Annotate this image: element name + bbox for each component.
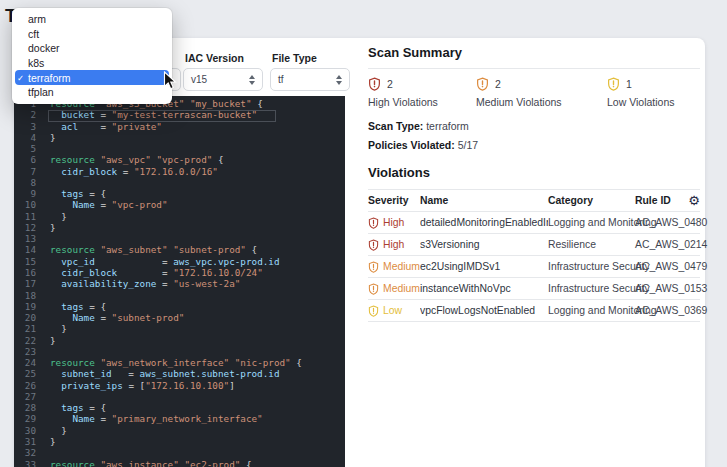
policies-row: Policies Violated: 5/17 bbox=[368, 139, 700, 151]
violation-name: ec2UsingIMDSv1 bbox=[420, 261, 548, 272]
code-line: 24resource "aws_network_interface" "nic-… bbox=[14, 357, 345, 368]
code-line: 28 tags = { bbox=[14, 402, 345, 413]
violation-row[interactable]: Low vpcFlowLogsNotEnabled Logging and Mo… bbox=[368, 300, 700, 322]
scan-summary-title: Scan Summary bbox=[368, 45, 700, 60]
table-settings-gear-icon[interactable]: ⚙ bbox=[686, 193, 700, 208]
file-type-select[interactable]: tf bbox=[270, 68, 350, 91]
col-severity: Severity bbox=[368, 195, 420, 206]
violation-category: Infrastructure Security bbox=[548, 261, 635, 272]
summary-stats: 2 High Violations 2 Medium Violations 1 … bbox=[368, 77, 700, 108]
iac-version-value: v15 bbox=[191, 74, 207, 85]
menu-item-label: docker bbox=[28, 42, 60, 54]
violation-rule-id: AC_AWS_0479 bbox=[635, 261, 707, 272]
violation-severity: Medium bbox=[383, 261, 420, 272]
col-rule-id: Rule ID bbox=[635, 195, 686, 206]
stat-label: High Violations bbox=[368, 96, 476, 108]
stat-undefined-violations: 2 Medium Violations bbox=[476, 77, 607, 108]
violation-severity: High bbox=[383, 239, 404, 250]
shield-alert-icon bbox=[368, 217, 379, 229]
shield-alert-icon bbox=[368, 261, 379, 273]
violation-name: s3Versioning bbox=[420, 239, 548, 250]
code-line: 17 availability_zone = "us-west-2a" bbox=[14, 278, 345, 289]
violation-rule-id: AC_AWS_0153 bbox=[635, 283, 707, 294]
stat-undefined-violations: 1 Low Violations bbox=[607, 77, 697, 108]
code-line: 12} bbox=[14, 222, 345, 233]
shield-alert-icon bbox=[368, 77, 381, 91]
code-line: 18 bbox=[14, 290, 345, 301]
code-line: 19 tags = { bbox=[14, 301, 345, 312]
code-editor[interactable]: 1resource "aws_s3_bucket" "my_bucket" {2… bbox=[14, 96, 345, 467]
code-line: 22} bbox=[14, 335, 345, 346]
code-line: 31} bbox=[14, 436, 345, 447]
code-line: 14resource "aws_subnet" "subnet-prod" { bbox=[14, 244, 345, 255]
code-line: 32 bbox=[14, 447, 345, 458]
violation-category: Logging and Monitoring bbox=[548, 305, 635, 316]
stat-count: 2 bbox=[495, 78, 501, 90]
code-line: 4} bbox=[14, 132, 345, 143]
code-line: 3 acl = "private" bbox=[14, 121, 345, 132]
shield-alert-icon bbox=[368, 283, 379, 295]
violation-name: instanceWithNoVpc bbox=[420, 283, 548, 294]
iac-version-select[interactable]: v15 bbox=[183, 68, 263, 91]
menu-item-label: arm bbox=[28, 13, 46, 25]
code-line: 2 bucket = "my-test-terrascan-bucket" bbox=[14, 109, 345, 120]
iac-version-label: IAC Version bbox=[185, 52, 244, 64]
violation-name: detailedMonitoringEnabledInstance bbox=[420, 217, 548, 228]
shield-alert-icon bbox=[368, 305, 379, 317]
violation-category: Logging and Monitoring bbox=[548, 217, 635, 228]
code-line: 8 bbox=[14, 177, 345, 188]
code-line: 21 } bbox=[14, 323, 345, 334]
mouse-cursor-icon bbox=[163, 71, 177, 91]
violation-severity: Low bbox=[383, 305, 402, 316]
menu-item-docker[interactable]: docker bbox=[12, 41, 172, 56]
policies-label: Policies Violated: bbox=[368, 139, 455, 151]
menu-item-label: cft bbox=[28, 28, 39, 40]
code-line: 23 bbox=[14, 346, 345, 357]
violations-header-row: Severity Name Category Rule ID ⚙ bbox=[368, 190, 700, 212]
col-name: Name bbox=[420, 195, 548, 206]
file-type-value: tf bbox=[278, 74, 284, 85]
code-line: 33resource "aws_instance" "ec2-prod" { bbox=[14, 459, 345, 467]
menu-item-k8s[interactable]: k8s bbox=[12, 56, 172, 71]
code-line: 16 cidr_block = "172.16.10.0/24" bbox=[14, 267, 345, 278]
iac-type-dropdown-menu: armcftdockerk8s✓terraformtfplan bbox=[12, 8, 172, 104]
stat-count: 2 bbox=[387, 78, 393, 90]
stat-undefined-violations: 2 High Violations bbox=[368, 77, 476, 108]
violation-severity: Medium bbox=[383, 283, 420, 294]
code-line: 9 tags = { bbox=[14, 188, 345, 199]
code-line: 7 cidr_block = "172.16.0.0/16" bbox=[14, 166, 345, 177]
stat-count: 1 bbox=[626, 78, 632, 90]
code-line: 6resource "aws_vpc" "vpc-prod" { bbox=[14, 154, 345, 165]
violation-category: Resilience bbox=[548, 239, 635, 250]
menu-item-cft[interactable]: cft bbox=[12, 27, 172, 42]
violation-row[interactable]: Medium ec2UsingIMDSv1 Infrastructure Sec… bbox=[368, 256, 700, 278]
scan-type-label: Scan Type: bbox=[368, 120, 423, 132]
code-line: 5 bbox=[14, 143, 345, 154]
select-updown-icon bbox=[336, 75, 342, 85]
code-line: 25 subnet_id = aws_subnet.subnet-prod.id bbox=[14, 368, 345, 379]
menu-item-arm[interactable]: arm bbox=[12, 12, 172, 27]
violation-rule-id: AC_AWS_0369 bbox=[635, 305, 707, 316]
code-line: 30 } bbox=[14, 425, 345, 436]
violations-title: Violations bbox=[368, 165, 700, 180]
policies-value: 5/17 bbox=[458, 139, 478, 151]
menu-item-label: terraform bbox=[28, 72, 71, 84]
scan-type-row: Scan Type: terraform bbox=[368, 120, 700, 132]
stat-label: Low Violations bbox=[607, 96, 697, 108]
menu-item-tfplan[interactable]: tfplan bbox=[12, 85, 172, 100]
menu-item-terraform[interactable]: ✓terraform bbox=[15, 70, 169, 85]
violation-row[interactable]: High s3Versioning Resilience AC_AWS_0214 bbox=[368, 234, 700, 256]
violation-severity: High bbox=[383, 217, 404, 228]
violation-row[interactable]: High detailedMonitoringEnabledInstance L… bbox=[368, 212, 700, 234]
code-line: 15 vpc_id = aws_vpc.vpc-prod.id bbox=[14, 256, 345, 267]
col-category: Category bbox=[548, 195, 635, 206]
scan-panel: Scan Summary 2 High Violations 2 Medium … bbox=[368, 45, 700, 322]
code-line: 20 Name = "subnet-prod" bbox=[14, 312, 345, 323]
code-line: 13 bbox=[14, 233, 345, 244]
shield-alert-icon bbox=[368, 239, 379, 251]
code-line: 26 private_ips = ["172.16.10.100"] bbox=[14, 380, 345, 391]
menu-item-label: k8s bbox=[28, 57, 44, 69]
violation-rule-id: AC_AWS_0214 bbox=[635, 239, 707, 250]
scan-type-value: terraform bbox=[426, 120, 469, 132]
violation-row[interactable]: Medium instanceWithNoVpc Infrastructure … bbox=[368, 278, 700, 300]
